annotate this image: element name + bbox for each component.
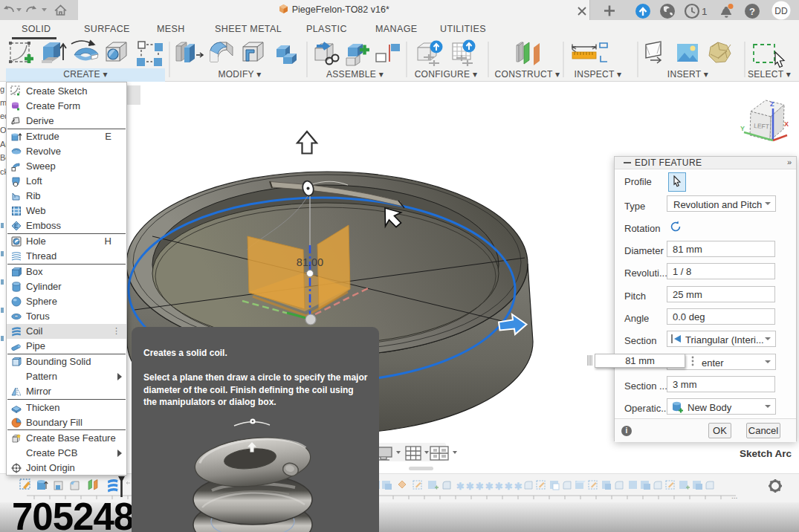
svg-text:✱: ✱	[456, 481, 465, 492]
svg-text:1: 1	[702, 6, 708, 17]
svg-text:Y: Y	[740, 125, 745, 132]
svg-text:DD: DD	[774, 6, 788, 16]
svg-text:X: X	[784, 120, 789, 128]
svg-text:✱: ✱	[505, 481, 513, 492]
svg-text:LEFT: LEFT	[754, 122, 769, 130]
svg-text:✱: ✱	[495, 481, 503, 492]
svg-text:?: ?	[749, 6, 755, 17]
svg-text:✱: ✱	[485, 481, 494, 492]
svg-text:...: ...	[731, 492, 737, 500]
svg-text:✱: ✱	[466, 481, 474, 492]
svg-text:81.00: 81.00	[297, 256, 323, 268]
svg-text:✱: ✱	[514, 481, 523, 492]
svg-text:✱: ✱	[476, 481, 484, 492]
svg-text:Z: Z	[770, 100, 774, 108]
